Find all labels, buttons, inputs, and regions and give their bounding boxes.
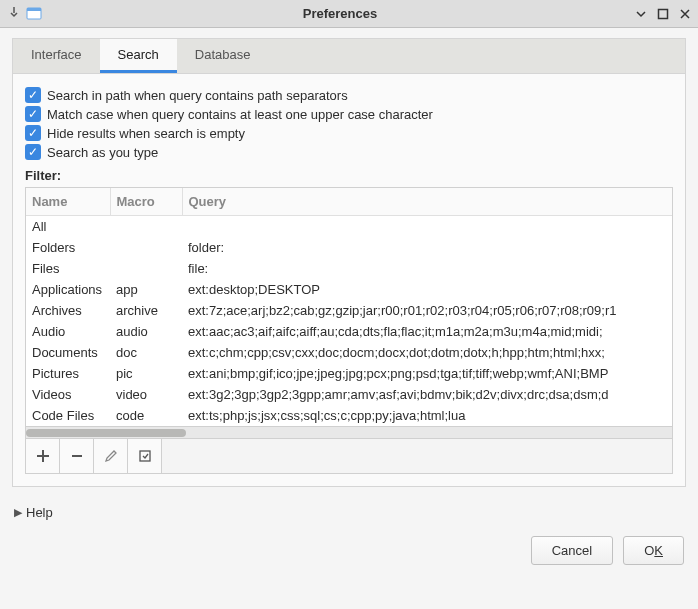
cell-name: Code Files	[26, 405, 110, 426]
cell-name: Audio	[26, 321, 110, 342]
svg-rect-1	[27, 8, 41, 11]
cancel-button[interactable]: Cancel	[531, 536, 613, 565]
cell-name: All	[26, 216, 110, 238]
cell-query: ext:c;chm;cpp;csv;cxx;doc;docm;docx;dot;…	[182, 342, 672, 363]
table-row[interactable]: All	[26, 216, 672, 238]
cell-macro	[110, 216, 182, 238]
pin-icon[interactable]	[6, 6, 22, 22]
tab-database[interactable]: Database	[177, 39, 269, 73]
minimize-icon[interactable]	[634, 7, 648, 21]
tab-search[interactable]: Search	[100, 39, 177, 73]
cell-name: Documents	[26, 342, 110, 363]
cell-query	[182, 216, 672, 238]
col-macro[interactable]: Macro	[110, 188, 182, 216]
table-row[interactable]: Filesfile:	[26, 258, 672, 279]
check-hide-empty[interactable]: ✓ Hide results when search is empty	[25, 125, 673, 141]
svg-rect-2	[659, 9, 668, 18]
cell-macro: pic	[110, 363, 182, 384]
check-label: Hide results when search is empty	[47, 126, 245, 141]
panel-search: ✓ Search in path when query contains pat…	[12, 73, 686, 487]
check-path-separators[interactable]: ✓ Search in path when query contains pat…	[25, 87, 673, 103]
help-label: Help	[26, 505, 53, 520]
svg-rect-3	[140, 451, 150, 461]
col-query[interactable]: Query	[182, 188, 672, 216]
ok-button[interactable]: OK	[623, 536, 684, 565]
cell-macro	[110, 237, 182, 258]
scrollbar-thumb[interactable]	[26, 429, 186, 437]
check-label: Search in path when query contains path …	[47, 88, 348, 103]
cell-query: ext:3g2;3gp;3gp2;3gpp;amr;amv;asf;avi;bd…	[182, 384, 672, 405]
titlebar: Preferences	[0, 0, 698, 28]
table-row[interactable]: Archivesarchiveext:7z;ace;arj;bz2;cab;gz…	[26, 300, 672, 321]
table-row[interactable]: Videosvideoext:3g2;3gp;3gp2;3gpp;amr;amv…	[26, 384, 672, 405]
cell-query: file:	[182, 258, 672, 279]
check-search-as-you-type[interactable]: ✓ Search as you type	[25, 144, 673, 160]
cell-macro: doc	[110, 342, 182, 363]
chevron-right-icon: ▶	[14, 506, 22, 519]
cell-name: Archives	[26, 300, 110, 321]
cell-name: Videos	[26, 384, 110, 405]
cell-name: Folders	[26, 237, 110, 258]
window-title: Preferences	[46, 6, 634, 21]
cell-query: ext:desktop;DESKTOP	[182, 279, 672, 300]
horizontal-scrollbar[interactable]	[26, 426, 672, 438]
checkbox-icon[interactable]: ✓	[25, 125, 41, 141]
cell-name: Files	[26, 258, 110, 279]
cell-macro: audio	[110, 321, 182, 342]
cell-query: folder:	[182, 237, 672, 258]
cell-query: ext:ani;bmp;gif;ico;jpe;jpeg;jpg;pcx;png…	[182, 363, 672, 384]
filter-table: Name Macro Query AllFoldersfolder:Filesf…	[25, 187, 673, 439]
remove-filter-button[interactable]	[60, 439, 94, 473]
table-row[interactable]: Audioaudioext:aac;ac3;aif;aifc;aiff;au;c…	[26, 321, 672, 342]
dialog-footer: Cancel OK	[0, 528, 698, 577]
tab-interface[interactable]: Interface	[13, 39, 100, 73]
tabs: Interface Search Database	[12, 38, 686, 73]
filter-heading: Filter:	[25, 168, 673, 183]
cell-macro: app	[110, 279, 182, 300]
table-row[interactable]: Picturespicext:ani;bmp;gif;ico;jpe;jpeg;…	[26, 363, 672, 384]
table-row[interactable]: Documentsdocext:c;chm;cpp;csv;cxx;doc;do…	[26, 342, 672, 363]
checkbox-icon[interactable]: ✓	[25, 144, 41, 160]
maximize-icon[interactable]	[656, 7, 670, 21]
reset-filters-button[interactable]	[128, 439, 162, 473]
help-expander[interactable]: ▶ Help	[0, 497, 698, 528]
cell-macro: code	[110, 405, 182, 426]
close-icon[interactable]	[678, 7, 692, 21]
cell-query: ext:aac;ac3;aif;aifc;aiff;au;cda;dts;fla…	[182, 321, 672, 342]
check-label: Match case when query contains at least …	[47, 107, 433, 122]
app-icon	[26, 6, 42, 22]
checkbox-icon[interactable]: ✓	[25, 87, 41, 103]
cell-name: Pictures	[26, 363, 110, 384]
check-label: Search as you type	[47, 145, 158, 160]
cell-query: ext:ts;php;js;jsx;css;sql;cs;c;cpp;py;ja…	[182, 405, 672, 426]
check-match-case[interactable]: ✓ Match case when query contains at leas…	[25, 106, 673, 122]
table-row[interactable]: Code Filescodeext:ts;php;js;jsx;css;sql;…	[26, 405, 672, 426]
table-row[interactable]: Foldersfolder:	[26, 237, 672, 258]
cell-name: Applications	[26, 279, 110, 300]
cell-macro	[110, 258, 182, 279]
table-row[interactable]: Applicationsappext:desktop;DESKTOP	[26, 279, 672, 300]
col-name[interactable]: Name	[26, 188, 110, 216]
edit-filter-button[interactable]	[94, 439, 128, 473]
filter-button-bar	[25, 439, 673, 474]
cell-macro: archive	[110, 300, 182, 321]
checkbox-icon[interactable]: ✓	[25, 106, 41, 122]
add-filter-button[interactable]	[26, 439, 60, 473]
cell-query: ext:7z;ace;arj;bz2;cab;gz;gzip;jar;r00;r…	[182, 300, 672, 321]
cell-macro: video	[110, 384, 182, 405]
